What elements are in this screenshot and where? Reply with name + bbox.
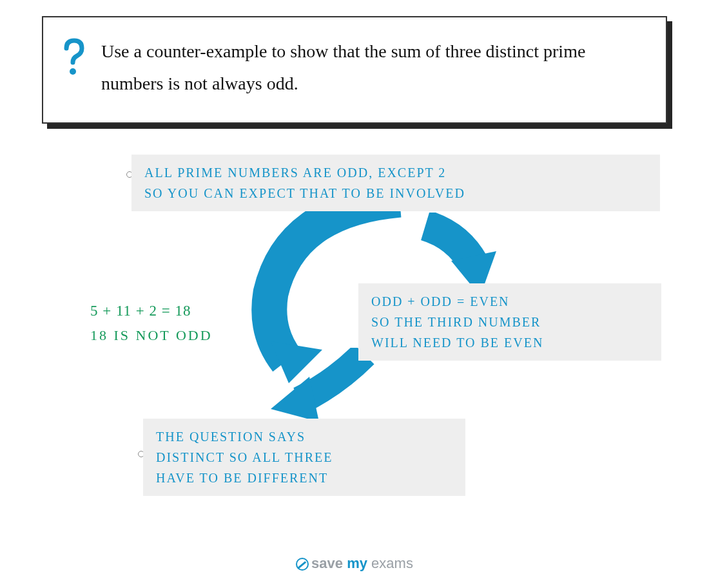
brand-text-part3: exams <box>371 555 413 571</box>
brand-logo-icon <box>296 558 309 571</box>
note-line: ODD + ODD = EVEN <box>371 291 648 312</box>
hint-note-odd-plus-odd: ODD + ODD = EVEN SO THE THIRD NUMBER WIL… <box>358 283 661 361</box>
brand-watermark: save my exams <box>0 555 709 572</box>
question-box: Use a counter-example to show that the s… <box>42 16 667 124</box>
note-line: WILL NEED TO BE EVEN <box>371 332 648 353</box>
question-text: Use a counter-example to show that the s… <box>101 35 646 100</box>
hint-note-distinct: THE QUESTION SAYS DISTINCT SO ALL THREE … <box>143 419 465 496</box>
note-line: THE QUESTION SAYS <box>156 426 452 447</box>
note-line: DISTINCT SO ALL THREE <box>156 447 452 468</box>
brand-text-part1: save <box>311 555 343 571</box>
hint-note-primes-odd: ALL PRIME NUMBERS ARE ODD, EXCEPT 2 SO Y… <box>131 155 660 211</box>
question-mark-icon <box>61 38 87 77</box>
note-line: ALL PRIME NUMBERS ARE ODD, EXCEPT 2 <box>144 162 647 183</box>
svg-point-0 <box>70 68 76 75</box>
note-line: SO THE THIRD NUMBER <box>371 312 648 332</box>
note-line: SO YOU CAN EXPECT THAT TO BE INVOLVED <box>144 183 647 204</box>
brand-text-part2: my <box>347 555 367 571</box>
note-line: HAVE TO BE DIFFERENT <box>156 468 452 488</box>
counter-example-conclusion: 18 IS NOT ODD <box>90 327 213 344</box>
counter-example-equation: 5 + 11 + 2 = 18 <box>90 303 191 319</box>
